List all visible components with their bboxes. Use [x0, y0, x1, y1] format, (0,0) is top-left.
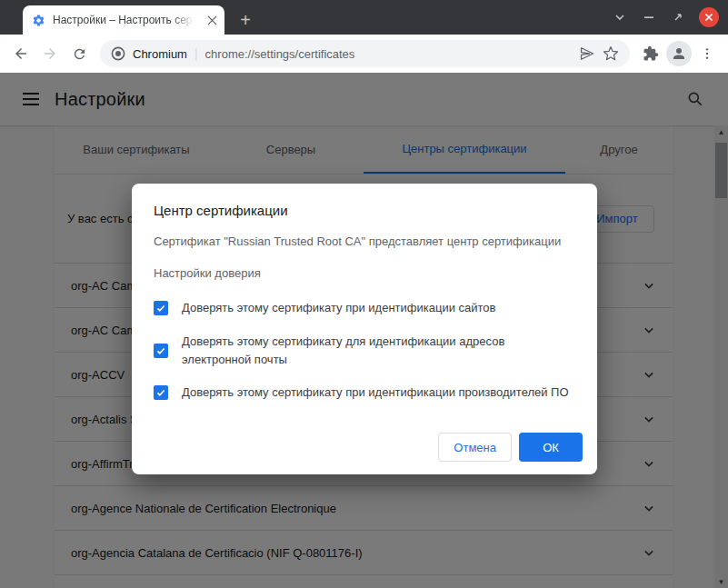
- close-icon[interactable]: [699, 7, 719, 27]
- settings-page: Настройки Ваши сертификаты Серверы Центр…: [0, 73, 728, 588]
- menu-dots-icon[interactable]: [693, 40, 721, 67]
- ok-button[interactable]: ОК: [519, 433, 583, 462]
- site-label: Chromium: [133, 47, 187, 61]
- bookmark-star-icon[interactable]: [603, 45, 619, 62]
- reload-icon[interactable]: [65, 40, 93, 67]
- dialog-title: Центр сертификации: [154, 202, 575, 220]
- dialog-footer: Отмена ОК: [438, 433, 583, 462]
- browser-toolbar: Chromium | chrome://settings/certificate…: [0, 35, 728, 73]
- url-separator: |: [194, 46, 198, 61]
- avatar[interactable]: [666, 41, 692, 66]
- certificate-authority-dialog: Центр сертификации Сертификат "Russian T…: [132, 184, 597, 474]
- cancel-button[interactable]: Отмена: [438, 433, 512, 462]
- trust-settings-label: Настройки доверия: [154, 265, 575, 281]
- browser-tab[interactable]: Настройки – Настроить сертификаты: [23, 5, 224, 35]
- address-bar[interactable]: Chromium | chrome://settings/certificate…: [100, 40, 630, 67]
- trust-email-checkbox[interactable]: [154, 344, 168, 358]
- tab-close-icon[interactable]: [204, 13, 219, 27]
- restore-icon[interactable]: [670, 9, 686, 25]
- forward-icon[interactable]: [36, 40, 64, 67]
- chromium-logo-icon: [111, 46, 125, 61]
- tab-strip: Настройки – Настроить сертификаты +: [0, 0, 728, 35]
- browser-window: Настройки – Настроить сертификаты +: [0, 0, 728, 588]
- url-text: chrome://settings/certificates: [205, 47, 572, 61]
- new-tab-button[interactable]: +: [233, 8, 258, 32]
- checkbox-label: Доверять этому сертификату при идентифик…: [182, 384, 569, 402]
- checkbox-label: Доверять этому сертификату для идентифик…: [182, 333, 516, 369]
- trust-software-checkbox[interactable]: [154, 385, 168, 400]
- trust-sites-checkbox[interactable]: [154, 301, 168, 315]
- send-icon[interactable]: [579, 45, 595, 62]
- dialog-description: Сертификат "Russian Trusted Root CA" пре…: [154, 234, 575, 249]
- trust-email-row: Доверять этому сертификату для идентифик…: [154, 333, 575, 369]
- window-controls: [612, 0, 719, 35]
- trust-software-row: Доверять этому сертификату при идентифик…: [154, 384, 575, 402]
- trust-sites-row: Доверять этому сертификату при идентифик…: [154, 299, 575, 317]
- back-icon[interactable]: [7, 40, 35, 67]
- minimize-icon[interactable]: [641, 9, 657, 25]
- chevron-down-icon[interactable]: [612, 9, 628, 25]
- tab-title: Настройки – Настроить сертификаты: [53, 14, 197, 26]
- gear-icon: [32, 14, 45, 27]
- checkbox-label: Доверять этому сертификату при идентифик…: [182, 299, 495, 317]
- extensions-puzzle-icon[interactable]: [637, 40, 664, 67]
